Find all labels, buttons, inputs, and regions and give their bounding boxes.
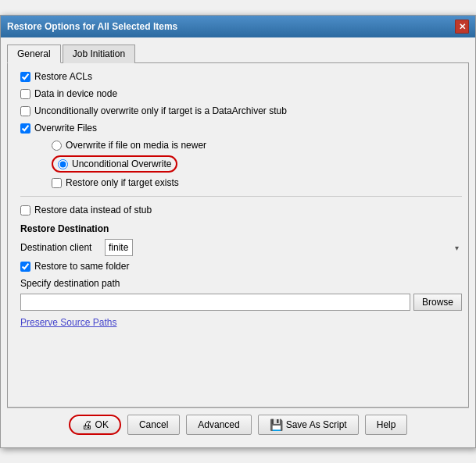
separator-1 bbox=[20, 196, 462, 197]
data-device-node-option: Data in device node bbox=[20, 88, 462, 99]
title-bar: Restore Options for All Selected Items ✕ bbox=[1, 16, 475, 37]
cancel-button[interactable]: Cancel bbox=[127, 415, 180, 435]
unconditional-overwrite-row: Unconditional Overwrite bbox=[52, 155, 462, 173]
ok-icon: 🖨 bbox=[81, 418, 92, 431]
advanced-label: Advanced bbox=[198, 419, 239, 430]
browse-button[interactable]: Browse bbox=[413, 294, 462, 311]
advanced-button[interactable]: Advanced bbox=[186, 415, 251, 435]
save-as-script-button[interactable]: 💾 Save As Script bbox=[258, 415, 359, 435]
restore-destination-group: Restore Destination Destination client f… bbox=[20, 223, 462, 311]
restore-same-folder-checkbox[interactable] bbox=[20, 262, 30, 272]
restore-destination-label: Restore Destination bbox=[20, 223, 462, 234]
restore-only-if-target-label[interactable]: Restore only if target exists bbox=[66, 177, 179, 188]
data-device-node-checkbox[interactable] bbox=[20, 89, 30, 99]
overwrite-files-checkbox[interactable] bbox=[20, 123, 30, 134]
ok-label: OK bbox=[95, 419, 109, 430]
restore-data-stub-option: Restore data instead of stub bbox=[20, 205, 462, 215]
overwrite-files-label[interactable]: Overwrite Files bbox=[34, 123, 97, 134]
restore-data-stub-label[interactable]: Restore data instead of stub bbox=[34, 205, 152, 215]
ok-button[interactable]: 🖨 OK bbox=[69, 415, 121, 435]
general-panel: Restore ACLs Data in device node Uncondi… bbox=[7, 63, 469, 408]
destination-client-wrapper: finite bbox=[105, 239, 462, 256]
unconditional-overwrite-radio[interactable] bbox=[58, 159, 68, 169]
specify-dest-path-label: Specify destination path bbox=[20, 278, 120, 289]
restore-options-dialog: Restore Options for All Selected Items ✕… bbox=[0, 15, 476, 448]
save-as-script-icon: 💾 bbox=[270, 418, 283, 431]
destination-client-label: Destination client bbox=[20, 242, 98, 253]
unconditionally-overwrite-label[interactable]: Unconditionally overwrite only if target… bbox=[34, 105, 287, 116]
overwrite-if-newer-label[interactable]: Overwrite if file on media is newer bbox=[66, 140, 206, 151]
tab-bar: General Job Initiation bbox=[7, 44, 469, 63]
restore-only-if-target-checkbox[interactable] bbox=[52, 178, 62, 188]
restore-same-folder-label[interactable]: Restore to same folder bbox=[34, 261, 129, 272]
unconditional-overwrite-highlight: Unconditional Overwrite bbox=[52, 155, 177, 173]
overwrite-radios: Overwrite if file on media is newer Unco… bbox=[36, 140, 462, 188]
bottom-button-bar: 🖨 OK Cancel Advanced 💾 Save As Script He… bbox=[7, 408, 469, 441]
help-button[interactable]: Help bbox=[365, 415, 408, 435]
dest-path-input[interactable] bbox=[20, 294, 410, 311]
tab-general[interactable]: General bbox=[7, 45, 61, 63]
overwrite-if-newer-radio[interactable] bbox=[52, 141, 62, 151]
preserve-source-paths-link[interactable]: Preserve Source Paths bbox=[20, 317, 462, 328]
dest-path-row: Browse bbox=[20, 294, 462, 311]
destination-client-select[interactable]: finite bbox=[105, 239, 133, 256]
options-scroll-area[interactable]: Restore ACLs Data in device node Uncondi… bbox=[8, 63, 468, 407]
restore-only-if-target-row: Restore only if target exists bbox=[52, 177, 462, 188]
cancel-label: Cancel bbox=[139, 419, 168, 430]
dialog-body: General Job Initiation Restore ACLs Data… bbox=[1, 37, 475, 447]
unconditional-overwrite-label[interactable]: Unconditional Overwrite bbox=[72, 158, 171, 169]
unconditionally-overwrite-checkbox[interactable] bbox=[20, 106, 30, 116]
restore-same-folder-option: Restore to same folder bbox=[20, 261, 462, 272]
restore-acls-checkbox[interactable] bbox=[20, 72, 30, 82]
data-device-node-label[interactable]: Data in device node bbox=[34, 88, 117, 99]
save-as-script-label: Save As Script bbox=[286, 419, 347, 430]
close-button[interactable]: ✕ bbox=[455, 20, 469, 34]
unconditionally-overwrite-option: Unconditionally overwrite only if target… bbox=[20, 105, 462, 116]
tab-job-initiation[interactable]: Job Initiation bbox=[63, 45, 135, 63]
restore-data-stub-checkbox[interactable] bbox=[20, 205, 30, 215]
destination-client-row: Destination client finite bbox=[20, 239, 462, 256]
overwrite-files-option: Overwrite Files bbox=[20, 123, 462, 134]
specify-dest-path-label-row: Specify destination path bbox=[20, 278, 462, 289]
help-label: Help bbox=[377, 419, 396, 430]
restore-acls-label[interactable]: Restore ACLs bbox=[34, 71, 92, 82]
restore-acls-option: Restore ACLs bbox=[20, 71, 462, 82]
dialog-title: Restore Options for All Selected Items bbox=[7, 21, 177, 32]
overwrite-if-newer-row: Overwrite if file on media is newer bbox=[52, 140, 462, 151]
